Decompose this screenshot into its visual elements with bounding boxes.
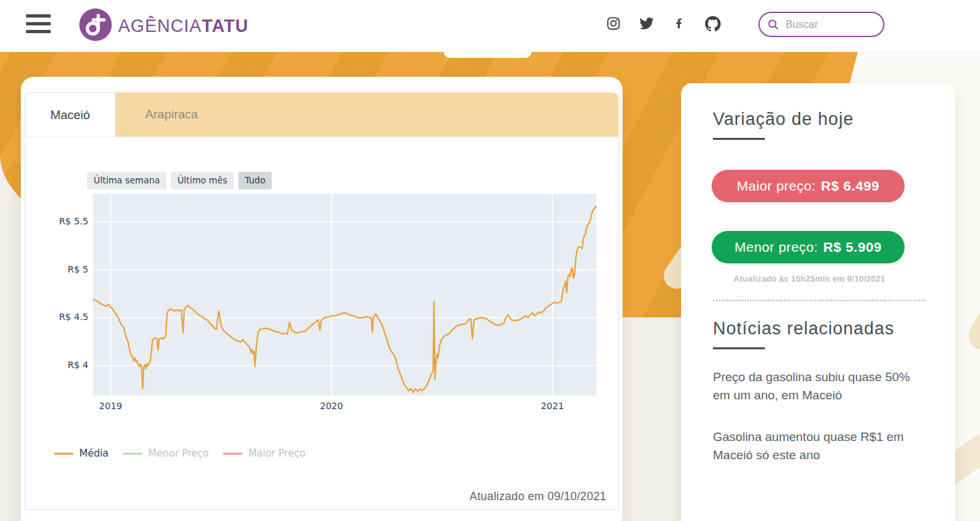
legend-line-swatch [123,453,142,455]
prices-updated-label: Atualizado às 15h25min em 9/10/2021 [713,274,906,284]
search-icon [767,19,779,31]
facebook-icon[interactable] [672,16,688,31]
x-tick-label: 2020 [312,401,351,411]
menu-hamburger-icon[interactable] [26,14,51,38]
title-underline [713,347,765,349]
y-tick-label: R$ 4.5 [51,312,88,322]
related-news-title: Notícias relacionadas [713,319,924,339]
chart-legend: MédiaMenor PreçoMaior Preço [54,448,320,459]
y-tick-label: R$ 4 [51,360,88,370]
legend-label: Menor Preço [148,448,209,459]
chart-updated-label: Atualizado em 09/10/2021 [469,490,606,503]
today-variation-title: Variação de hoje [713,109,924,129]
min-price-badge: Menor preço:R$ 5.909 [712,231,905,263]
x-tick-label: 2021 [533,401,572,411]
range-button-all[interactable]: Tudo [239,172,272,189]
search-input[interactable] [786,19,870,31]
brand-name: AGÊNCIATATU [118,16,249,36]
legend-label: Média [79,448,109,459]
title-underline [713,138,765,140]
twitter-icon[interactable] [639,16,654,31]
y-tick-label: R$ 5 [51,264,88,274]
dotted-divider [713,300,925,301]
range-selector: Última semana Último mês Tudo [87,172,272,189]
plot-area[interactable] [93,194,597,395]
min-price-value: R$ 5.909 [823,239,882,255]
brand-logo[interactable]: AGÊNCIATATU [79,8,249,44]
legend-line-swatch [223,453,242,455]
y-tick-label: R$ 5.5 [51,216,88,226]
max-price-badge: Maior preço:R$ 6.499 [712,170,905,202]
social-links [606,16,721,31]
chart-panel: Última semana Último mês Tudo R$ 4R$ 4.5… [25,137,619,510]
legend-label: Maior Preço [248,448,305,459]
logo-circle-icon [79,8,112,44]
today-variation-card: Variação de hoje Maior preço:R$ 6.499 Me… [681,83,955,521]
legend-item[interactable]: Maior Preço [223,448,305,459]
instagram-icon[interactable] [606,16,621,31]
tab-maceio[interactable]: Maceió [25,92,116,137]
legend-item[interactable]: Média [54,448,109,459]
search-box[interactable] [758,12,884,37]
github-icon[interactable] [705,16,721,31]
x-tick-label: 2019 [91,401,130,411]
news-link[interactable]: Gasolina aumentou quase R$1 em Maceió só… [713,428,927,464]
range-button-week[interactable]: Última semana [87,172,166,189]
max-price-value: R$ 6.499 [821,178,879,194]
news-link[interactable]: Preço da gasolina subiu quase 50% em um … [713,368,927,404]
chart-card: Maceió Arapiraca Última semana Último mê… [21,77,623,521]
tab-arapiraca[interactable]: Arapiraca [116,92,227,137]
legend-item[interactable]: Menor Preço [123,448,209,459]
city-tabs: Maceió Arapiraca [25,92,619,137]
range-button-month[interactable]: Último mês [171,172,234,189]
site-header: AGÊNCIATATU [0,0,980,52]
header-notch [444,52,532,58]
legend-line-swatch [54,453,73,455]
